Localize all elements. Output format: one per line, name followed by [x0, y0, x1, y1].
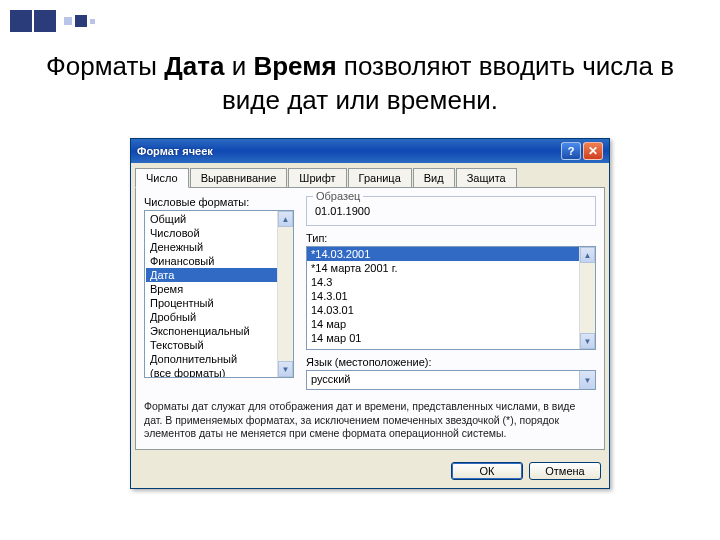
- scrollbar[interactable]: ▲ ▼: [277, 211, 293, 377]
- tab-border[interactable]: Граница: [348, 168, 412, 188]
- slide-title: Форматы Дата и Время позволяют вводить ч…: [30, 50, 690, 118]
- tab-panel: Числовые форматы: Общий Числовой Денежны…: [135, 187, 605, 450]
- format-cells-dialog: Формат ячеек ? ✕ Число Выравнивание Шриф…: [130, 138, 610, 489]
- list-item[interactable]: Денежный: [146, 240, 292, 254]
- sample-label: Образец: [313, 190, 363, 202]
- help-button[interactable]: ?: [561, 142, 581, 160]
- tab-number[interactable]: Число: [135, 168, 189, 188]
- tab-font[interactable]: Шрифт: [288, 168, 346, 188]
- list-item[interactable]: (все форматы): [146, 366, 292, 378]
- type-listbox[interactable]: *14.03.2001 *14 марта 2001 г. 14.3 14.3.…: [306, 246, 596, 350]
- list-item[interactable]: 14.03.01: [307, 303, 595, 317]
- formats-label: Числовые форматы:: [144, 196, 294, 208]
- list-item[interactable]: *14 марта 2001 г.: [307, 261, 595, 275]
- scroll-down-icon[interactable]: ▼: [278, 361, 293, 377]
- list-item[interactable]: Текстовый: [146, 338, 292, 352]
- dialog-title: Формат ячеек: [137, 145, 213, 157]
- list-item[interactable]: Дополнительный: [146, 352, 292, 366]
- dialog-titlebar[interactable]: Формат ячеек ? ✕: [131, 139, 609, 163]
- dialog-button-row: ОК Отмена: [131, 454, 609, 488]
- list-item[interactable]: 14.3: [307, 275, 595, 289]
- scroll-up-icon[interactable]: ▲: [580, 247, 595, 263]
- list-item[interactable]: Общий: [146, 212, 292, 226]
- formats-listbox[interactable]: Общий Числовой Денежный Финансовый Дата …: [144, 210, 294, 378]
- locale-label: Язык (местоположение):: [306, 356, 596, 368]
- title-text: Форматы: [46, 51, 164, 81]
- list-item[interactable]: Дробный: [146, 310, 292, 324]
- close-button[interactable]: ✕: [583, 142, 603, 160]
- cancel-button[interactable]: Отмена: [529, 462, 601, 480]
- sample-frame: Образец 01.01.1900: [306, 196, 596, 226]
- scrollbar[interactable]: ▲ ▼: [579, 247, 595, 349]
- list-item[interactable]: *14.03.2001: [307, 247, 595, 261]
- locale-value: русский: [307, 371, 579, 389]
- scroll-down-icon[interactable]: ▼: [580, 333, 595, 349]
- chevron-down-icon[interactable]: ▼: [579, 371, 595, 389]
- slide-decor: [10, 10, 95, 32]
- type-label: Тип:: [306, 232, 596, 244]
- tab-bar: Число Выравнивание Шрифт Граница Вид Защ…: [131, 163, 609, 187]
- list-item[interactable]: 14 мар: [307, 317, 595, 331]
- scroll-up-icon[interactable]: ▲: [278, 211, 293, 227]
- list-item[interactable]: Дата: [146, 268, 292, 282]
- list-item[interactable]: 14.3.01: [307, 289, 595, 303]
- sample-value: 01.01.1900: [315, 203, 587, 217]
- title-bold-b: Время: [253, 51, 336, 81]
- list-item[interactable]: Процентный: [146, 296, 292, 310]
- tab-alignment[interactable]: Выравнивание: [190, 168, 288, 188]
- tab-fill[interactable]: Вид: [413, 168, 455, 188]
- title-text-b: и: [224, 51, 253, 81]
- list-item[interactable]: 14 мар 01: [307, 331, 595, 345]
- list-item[interactable]: Числовой: [146, 226, 292, 240]
- format-description: Форматы дат служат для отображения дат и…: [144, 400, 596, 441]
- ok-button[interactable]: ОК: [451, 462, 523, 480]
- list-item[interactable]: Финансовый: [146, 254, 292, 268]
- title-bold-a: Дата: [164, 51, 224, 81]
- tab-protection[interactable]: Защита: [456, 168, 517, 188]
- list-item[interactable]: Экспоненциальный: [146, 324, 292, 338]
- list-item[interactable]: Время: [146, 282, 292, 296]
- locale-combo[interactable]: русский ▼: [306, 370, 596, 390]
